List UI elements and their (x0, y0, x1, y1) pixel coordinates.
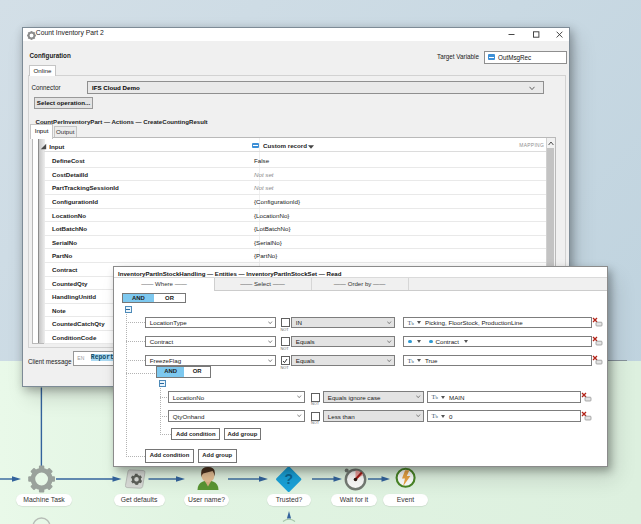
svg-text:?: ? (284, 471, 293, 487)
